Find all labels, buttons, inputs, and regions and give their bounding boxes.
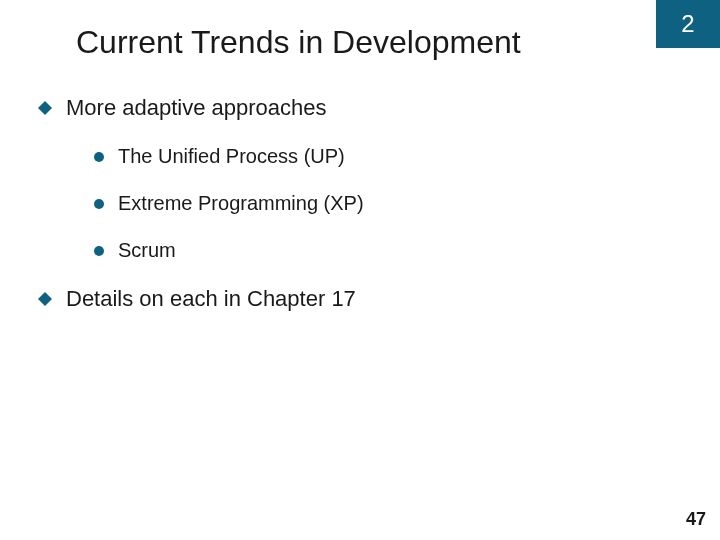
sub-bullet-item: The Unified Process (UP) xyxy=(94,145,720,168)
diamond-bullet-icon xyxy=(38,292,52,306)
chapter-number: 2 xyxy=(681,10,694,38)
sub-bullet-text: Scrum xyxy=(118,239,176,262)
svg-marker-0 xyxy=(38,101,52,115)
diamond-bullet-icon xyxy=(38,101,52,115)
sub-bullet-text: Extreme Programming (XP) xyxy=(118,192,364,215)
page-number: 47 xyxy=(686,509,706,530)
sub-bullet-text: The Unified Process (UP) xyxy=(118,145,345,168)
slide-title: Current Trends in Development xyxy=(0,0,720,61)
svg-marker-1 xyxy=(38,292,52,306)
bullet-item: Details on each in Chapter 17 xyxy=(38,286,720,312)
bullet-text: Details on each in Chapter 17 xyxy=(66,286,356,312)
sub-bullet-item: Scrum xyxy=(94,239,720,262)
slide-content: More adaptive approaches The Unified Pro… xyxy=(0,61,720,312)
chapter-number-box: 2 xyxy=(656,0,720,48)
sub-bullet-item: Extreme Programming (XP) xyxy=(94,192,720,215)
bullet-item: More adaptive approaches xyxy=(38,95,720,121)
bullet-text: More adaptive approaches xyxy=(66,95,327,121)
sub-bullet-list: The Unified Process (UP) Extreme Program… xyxy=(38,145,720,262)
dot-bullet-icon xyxy=(94,246,104,256)
dot-bullet-icon xyxy=(94,199,104,209)
dot-bullet-icon xyxy=(94,152,104,162)
